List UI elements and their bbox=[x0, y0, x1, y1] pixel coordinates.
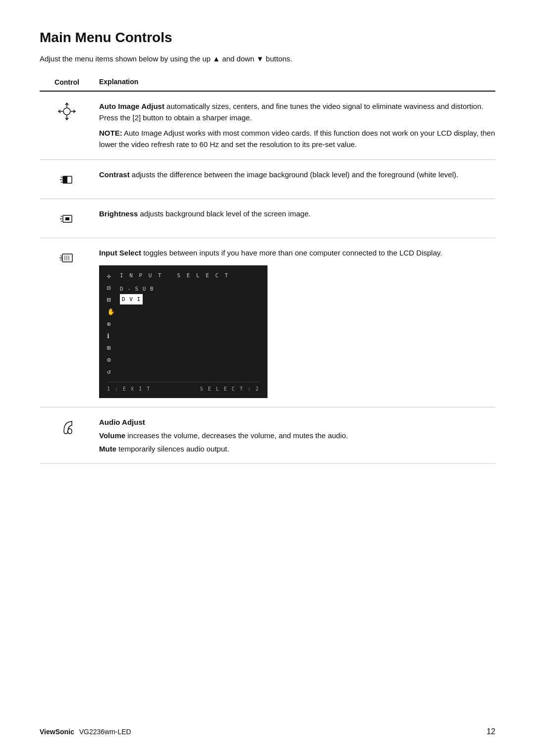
contrast-text: adjusts the difference between the image… bbox=[130, 170, 458, 179]
svg-line-6 bbox=[61, 177, 62, 178]
explanation-auto-image: Auto Image Adjust automatically sizes, c… bbox=[99, 101, 495, 151]
osd-footer-select: S E L E C T : 2 bbox=[200, 385, 260, 393]
input-select-label: Input Select bbox=[99, 249, 141, 257]
footer-page-number: 12 bbox=[486, 727, 495, 736]
osd-icon-9: ↺ bbox=[107, 367, 115, 377]
row-audio-adjust: Audio Adjust Volume increases the volume… bbox=[40, 407, 495, 464]
osd-title: I N P U T S E L E C T bbox=[120, 271, 260, 280]
svg-line-16 bbox=[60, 255, 62, 256]
svg-line-11 bbox=[61, 216, 62, 217]
input-select-text: toggles between inputs if you have more … bbox=[141, 249, 442, 257]
osd-item-dsub: D - S U B bbox=[120, 284, 260, 294]
icon-cell-contrast bbox=[40, 169, 99, 190]
intro-text: Adjust the menu items shown below by usi… bbox=[40, 54, 495, 63]
icon-cell-auto-image bbox=[40, 101, 99, 121]
osd-icon-6: ℹ bbox=[107, 331, 115, 341]
svg-rect-14 bbox=[65, 217, 69, 220]
osd-icon-1: ✣ bbox=[107, 271, 115, 281]
explanation-contrast: Contrast adjusts the difference between … bbox=[99, 169, 495, 180]
explanation-brightness: Brightness adjusts background black leve… bbox=[99, 208, 495, 219]
icon-cell-input-select bbox=[40, 247, 99, 268]
svg-line-17 bbox=[60, 259, 62, 260]
input-select-icon bbox=[57, 248, 77, 268]
row-contrast: Contrast adjusts the difference between … bbox=[40, 160, 495, 199]
model-name: VG2236wm-LED bbox=[79, 728, 131, 736]
row-auto-image-adjust: Auto Image Adjust automatically sizes, c… bbox=[40, 92, 495, 160]
explanation-audio: Audio Adjust Volume increases the volume… bbox=[99, 416, 495, 455]
icon-cell-audio bbox=[40, 416, 99, 437]
volume-label: Volume bbox=[99, 431, 125, 440]
osd-item-dvi: D V I bbox=[120, 294, 143, 304]
osd-footer: 1 : E X I T S E L E C T : 2 bbox=[107, 382, 260, 393]
table-header: Control Explanation bbox=[40, 77, 495, 92]
contrast-label: Contrast bbox=[99, 170, 130, 179]
osd-icon-8: ⚙ bbox=[107, 355, 115, 365]
svg-rect-9 bbox=[63, 176, 67, 183]
osd-icon-4: ✋ bbox=[107, 307, 115, 317]
svg-rect-18 bbox=[62, 254, 72, 262]
svg-point-0 bbox=[63, 108, 70, 115]
note-label: NOTE: bbox=[99, 129, 122, 137]
icon-cell-brightness bbox=[40, 208, 99, 229]
svg-line-7 bbox=[61, 182, 62, 183]
audio-icon bbox=[57, 417, 77, 437]
page-title: Main Menu Controls bbox=[40, 30, 495, 46]
audio-adjust-label: Audio Adjust bbox=[99, 418, 145, 426]
auto-image-label: Auto Image Adjust bbox=[99, 102, 164, 110]
header-control: Control bbox=[54, 78, 79, 86]
auto-image-icon bbox=[57, 101, 77, 121]
osd-icon-7: ⊞ bbox=[107, 343, 115, 353]
brand-name: ViewSonic bbox=[40, 728, 74, 736]
contrast-icon bbox=[57, 170, 77, 190]
brightness-label: Brightness bbox=[99, 209, 138, 218]
osd-icon-3: ⊟ bbox=[107, 295, 115, 305]
mute-text: temporarily silences audio output. bbox=[116, 445, 229, 453]
osd-icon-5: ⊕ bbox=[107, 319, 115, 329]
osd-screen: ✣ ⊟ ⊟ ✋ ⊕ ℹ ⊞ ⚙ ↺ I N P U T S E L E C T … bbox=[99, 265, 268, 398]
explanation-input-select: Input Select toggles between inputs if y… bbox=[99, 247, 495, 398]
osd-left-icons: ✣ ⊟ ⊟ ✋ ⊕ ℹ ⊞ ⚙ ↺ bbox=[107, 271, 120, 377]
osd-icon-2: ⊟ bbox=[107, 283, 115, 293]
volume-text: increases the volume, decreases the volu… bbox=[125, 431, 348, 440]
note-text: Auto Image Adjust works with most common… bbox=[99, 129, 495, 149]
brightness-text: adjusts background black level of the sc… bbox=[138, 209, 311, 218]
footer-bar: ViewSonic VG2236wm-LED 12 bbox=[40, 727, 495, 736]
brightness-icon bbox=[57, 209, 77, 229]
svg-line-12 bbox=[61, 221, 62, 222]
footer-brand: ViewSonic VG2236wm-LED bbox=[40, 728, 131, 736]
osd-footer-exit: 1 : E X I T bbox=[107, 385, 151, 393]
mute-label: Mute bbox=[99, 445, 116, 453]
row-brightness: Brightness adjusts background black leve… bbox=[40, 199, 495, 238]
header-explanation: Explanation bbox=[99, 78, 138, 86]
osd-right-content: I N P U T S E L E C T D - S U B D V I bbox=[120, 271, 260, 377]
row-input-select: Input Select toggles between inputs if y… bbox=[40, 238, 495, 407]
